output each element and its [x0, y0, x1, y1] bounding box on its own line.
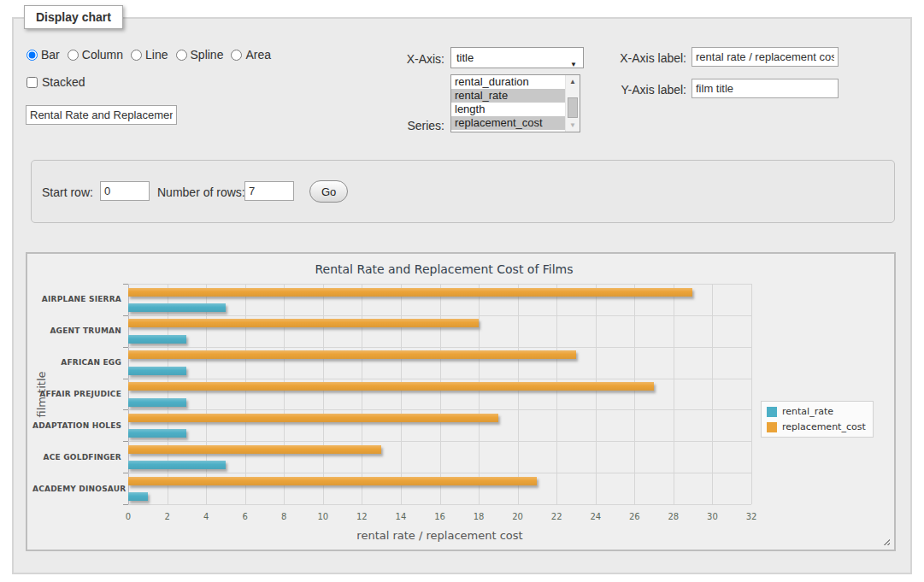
chart-type-radio-bar[interactable]: [26, 50, 38, 61]
gridline-vertical: [128, 284, 129, 504]
chart-title-input[interactable]: [26, 105, 177, 125]
x-tick-label: 16: [427, 512, 453, 521]
bar-replacement_cost[interactable]: [128, 319, 479, 327]
legend-swatch: [767, 422, 777, 432]
gridline-vertical: [440, 284, 441, 504]
category-label: AFFAIR PREJUDICE: [32, 390, 121, 398]
chart-type-label: Line: [145, 48, 168, 62]
category-label: AGENT TRUMAN: [32, 326, 121, 335]
x-tick-label: 12: [349, 512, 374, 521]
gridline-vertical: [556, 284, 557, 504]
scrollbar-up-arrow-icon[interactable]: ▲: [566, 75, 580, 88]
x-axis-select-label: X-Axis:: [376, 52, 444, 66]
fieldset-legend: Display chart: [24, 5, 123, 29]
legend-item-rental_rate[interactable]: rental_rate: [767, 406, 866, 417]
bar-replacement_cost[interactable]: [128, 288, 692, 297]
number-of-rows-label: Number of rows:: [157, 185, 245, 199]
chart-x-axis-title: rental rate / replacement cost: [128, 529, 751, 542]
chart-type-option-column[interactable]: Column: [68, 48, 123, 62]
series-listbox[interactable]: ▲ ▼ rental_durationrental_ratelengthrepl…: [450, 74, 580, 132]
resize-handle[interactable]: [881, 537, 890, 545]
listbox-scrollbar[interactable]: ▲ ▼: [565, 75, 580, 132]
chart-type-radio-line[interactable]: [131, 50, 142, 61]
category-label: ACE GOLDFINGER: [32, 453, 121, 461]
select-dropdown-arrow-icon: ▼: [570, 55, 577, 74]
y-axis-tick: [123, 284, 128, 285]
x-tick-label: 22: [544, 512, 569, 521]
bar-replacement_cost[interactable]: [128, 350, 576, 359]
scrollbar-down-arrow-icon[interactable]: ▼: [566, 119, 580, 132]
chart-type-option-spline[interactable]: Spline: [176, 48, 224, 62]
y-axis-tick: [123, 379, 128, 379]
gridline-vertical: [596, 284, 597, 504]
gridline-horizontal: [128, 379, 751, 379]
bar-rental_rate[interactable]: [128, 492, 148, 501]
gridline-horizontal: [128, 284, 751, 285]
series-option-rental_rate[interactable]: rental_rate: [451, 89, 565, 103]
gridline-vertical: [323, 284, 324, 504]
category-label: ADAPTATION HOLES: [32, 421, 121, 430]
chart-type-radio-area[interactable]: [231, 50, 242, 61]
gridline-horizontal: [128, 441, 751, 442]
series-option-length[interactable]: length: [451, 103, 565, 116]
page: Display chart BarColumnLineSplineArea St…: [0, 0, 924, 582]
x-tick-label: 10: [310, 512, 336, 521]
stacked-checkbox-row[interactable]: Stacked: [26, 75, 85, 89]
start-row-input[interactable]: [100, 181, 150, 201]
chart-type-option-line[interactable]: Line: [131, 48, 168, 62]
bar-rental_rate[interactable]: [128, 429, 186, 438]
x-tick-label: 6: [232, 512, 258, 521]
bar-replacement_cost[interactable]: [128, 414, 498, 422]
x-tick-label: 2: [155, 512, 180, 521]
x-tick-label: 0: [115, 512, 141, 521]
y-axis-label-input[interactable]: [692, 79, 839, 98]
bar-replacement_cost[interactable]: [128, 445, 381, 454]
number-of-rows-input[interactable]: [244, 181, 294, 201]
scrollbar-thumb[interactable]: [568, 97, 578, 118]
legend-label: replacement_cost: [782, 421, 866, 432]
go-button[interactable]: Go: [309, 180, 348, 203]
x-tick-label: 32: [739, 512, 764, 521]
series-option-replacement_cost[interactable]: replacement_cost: [451, 116, 565, 130]
category-label: AIRPLANE SIERRA: [32, 295, 121, 303]
series-option-rental_duration[interactable]: rental_duration: [451, 75, 565, 89]
chart-title: Rental Rate and Replacement Cost of Film…: [27, 262, 861, 276]
bar-replacement_cost[interactable]: [128, 382, 654, 391]
y-axis-tick: [123, 347, 128, 348]
gridline-vertical: [634, 284, 635, 504]
gridline-vertical: [712, 284, 713, 504]
gridline-horizontal: [128, 504, 751, 505]
chart-type-radio-spline[interactable]: [176, 50, 187, 61]
chart-type-option-area[interactable]: Area: [231, 48, 271, 62]
chart-type-option-bar[interactable]: Bar: [26, 48, 60, 62]
chart-legend: rental_ratereplacement_cost: [761, 401, 874, 438]
y-axis-label-label: Y-Axis label:: [614, 83, 686, 97]
chart-type-label: Column: [82, 48, 123, 62]
gridline-horizontal: [128, 409, 751, 410]
y-axis-tick: [123, 315, 128, 316]
x-axis-select[interactable]: title ▼: [450, 47, 584, 68]
category-label: ACADEMY DINOSAUR: [32, 485, 121, 493]
bar-rental_rate[interactable]: [128, 367, 186, 375]
y-axis-tick: [123, 409, 128, 410]
bar-replacement_cost[interactable]: [128, 477, 537, 485]
gridline-vertical: [518, 284, 519, 504]
gridline-horizontal: [128, 347, 751, 348]
bar-rental_rate[interactable]: [128, 303, 226, 312]
gridline-vertical: [362, 284, 362, 504]
stacked-checkbox[interactable]: [26, 77, 38, 88]
y-axis-tick: [123, 473, 128, 473]
x-axis-label-label: X-Axis label:: [614, 51, 686, 65]
chart-type-label: Bar: [41, 48, 60, 62]
x-tick-label: 14: [388, 512, 414, 521]
gridline-vertical: [168, 284, 168, 504]
legend-item-replacement_cost[interactable]: replacement_cost: [767, 421, 866, 432]
gridline-vertical: [751, 284, 752, 504]
bar-rental_rate[interactable]: [128, 335, 186, 344]
x-tick-label: 24: [583, 512, 609, 521]
chart-type-radio-column[interactable]: [68, 50, 79, 61]
gridline-vertical: [245, 284, 246, 504]
x-axis-label-input[interactable]: [692, 47, 839, 67]
bar-rental_rate[interactable]: [128, 398, 186, 407]
bar-rental_rate[interactable]: [128, 461, 226, 469]
